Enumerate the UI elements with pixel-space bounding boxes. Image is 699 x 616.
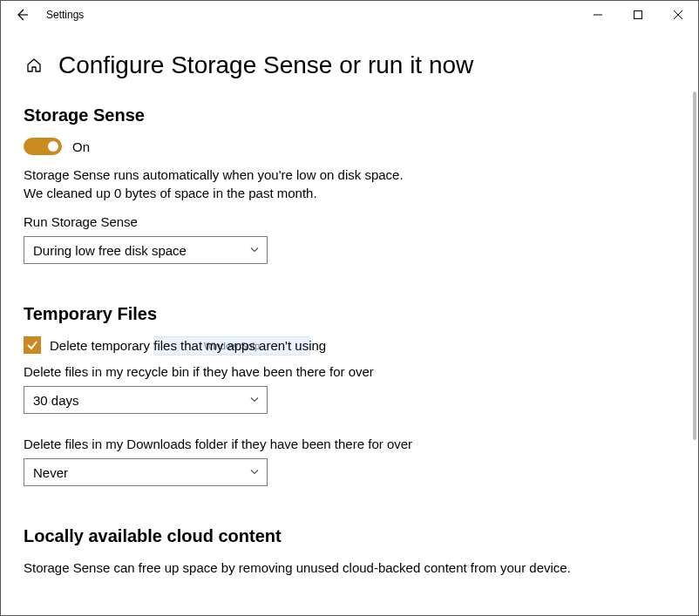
arrow-left-icon — [15, 8, 29, 22]
storage-sense-toggle[interactable] — [24, 138, 62, 155]
recycle-bin-label: Delete files in my recycle bin if they h… — [24, 364, 675, 379]
storage-sense-toggle-row: On — [24, 138, 675, 155]
downloads-label: Delete files in my Downloads folder if t… — [24, 437, 675, 451]
chevron-down-icon — [249, 243, 260, 258]
cloud-content-description: Storage Sense can free up space by remov… — [24, 558, 675, 577]
delete-temp-files-checkbox[interactable] — [24, 336, 41, 354]
minimize-button[interactable] — [578, 1, 618, 29]
desc-line-2: We cleaned up 0 bytes of space in the pa… — [24, 186, 317, 200]
svg-rect-0 — [635, 11, 642, 19]
downloads-dropdown[interactable]: Never — [24, 458, 268, 486]
chevron-down-icon — [249, 393, 260, 408]
cloud-content-heading: Locally available cloud content — [24, 526, 675, 546]
delete-temp-files-row: Delete temporary files that my apps aren… — [24, 336, 675, 354]
page-title: Configure Storage Sense or run it now — [58, 51, 473, 79]
desc-line-1: Storage Sense runs automatically when yo… — [24, 167, 404, 182]
run-storage-sense-label: Run Storage Sense — [24, 214, 675, 229]
run-storage-sense-value: During low free disk space — [33, 243, 187, 258]
storage-sense-description: Storage Sense runs automatically when yo… — [24, 166, 675, 202]
storage-sense-heading: Storage Sense — [24, 105, 675, 125]
toggle-knob — [48, 141, 58, 152]
checkmark-icon — [26, 339, 38, 351]
run-storage-sense-dropdown[interactable]: During low free disk space — [24, 236, 268, 264]
close-button[interactable] — [658, 1, 698, 29]
close-icon — [674, 10, 682, 19]
vertical-scrollbar[interactable] — [688, 30, 696, 613]
chevron-down-icon — [249, 465, 260, 480]
title-bar: Settings — [1, 1, 698, 29]
window-controls — [578, 1, 698, 29]
storage-sense-toggle-label: On — [72, 139, 90, 154]
back-button[interactable] — [8, 1, 36, 29]
content-area: Configure Storage Sense or run it now St… — [1, 29, 698, 613]
home-button[interactable] — [24, 57, 44, 74]
temporary-files-heading: Temporary Files — [24, 304, 675, 324]
scrollbar-thumb[interactable] — [693, 91, 696, 440]
delete-temp-files-label: Delete temporary files that my apps aren… — [50, 338, 326, 353]
recycle-bin-dropdown[interactable]: 30 days — [24, 386, 268, 414]
home-icon — [25, 57, 43, 74]
recycle-bin-value: 30 days — [33, 393, 79, 408]
downloads-value: Never — [33, 465, 68, 480]
maximize-icon — [634, 10, 642, 19]
window-title: Settings — [36, 9, 84, 21]
minimize-icon — [594, 10, 602, 19]
page-header: Configure Storage Sense or run it now — [24, 51, 675, 79]
maximize-button[interactable] — [618, 1, 658, 29]
